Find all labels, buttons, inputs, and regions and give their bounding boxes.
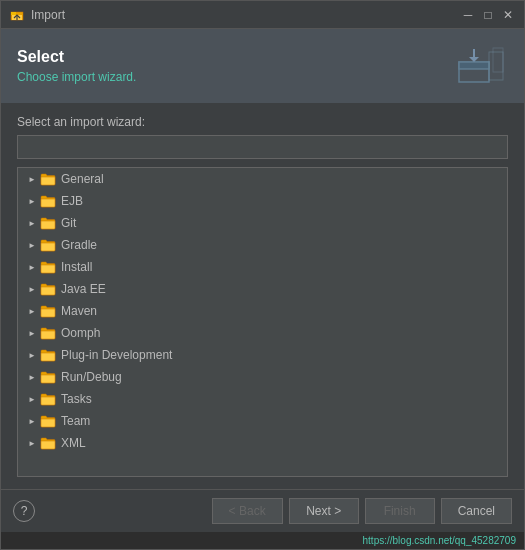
item-label: Git <box>61 216 76 230</box>
chevron-icon: ► <box>26 195 38 207</box>
list-item[interactable]: ► Tasks <box>18 388 507 410</box>
folder-icon <box>40 348 56 362</box>
list-item[interactable]: ► Oomph <box>18 322 507 344</box>
folder-icon <box>40 436 56 450</box>
list-item[interactable]: ► Git <box>18 212 507 234</box>
main-content: Select an import wizard: ► General► EJB►… <box>1 103 524 489</box>
help-button[interactable]: ? <box>13 500 35 522</box>
chevron-icon: ► <box>26 283 38 295</box>
chevron-icon: ► <box>26 173 38 185</box>
item-label: EJB <box>61 194 83 208</box>
finish-button[interactable]: Finish <box>365 498 435 524</box>
folder-icon <box>40 238 56 252</box>
header-title: Select <box>17 48 136 66</box>
filter-label: Select an import wizard: <box>17 115 508 129</box>
chevron-icon: ► <box>26 349 38 361</box>
chevron-icon: ► <box>26 239 38 251</box>
list-container: ► General► EJB► Git► Gradle► Install► Ja… <box>17 167 508 477</box>
back-button[interactable]: < Back <box>212 498 283 524</box>
folder-icon <box>40 392 56 406</box>
folder-icon <box>40 304 56 318</box>
folder-icon <box>40 194 56 208</box>
folder-icon <box>40 326 56 340</box>
close-button[interactable]: ✕ <box>500 7 516 23</box>
folder-icon <box>40 216 56 230</box>
svg-rect-5 <box>459 62 489 69</box>
folder-icon <box>40 414 56 428</box>
import-dialog: Import ─ □ ✕ Select Choose import wizard… <box>0 0 525 550</box>
minimize-button[interactable]: ─ <box>460 7 476 23</box>
chevron-icon: ► <box>26 327 38 339</box>
chevron-icon: ► <box>26 371 38 383</box>
header-text: Select Choose import wizard. <box>17 48 136 84</box>
navigation-buttons: < Back Next > Finish Cancel <box>212 498 512 524</box>
folder-icon <box>40 172 56 186</box>
list-item[interactable]: ► XML <box>18 432 507 454</box>
folder-icon <box>40 260 56 274</box>
search-input[interactable] <box>17 135 508 159</box>
svg-rect-8 <box>489 52 503 80</box>
url-bar: https://blog.csdn.net/qq_45282709 <box>1 532 524 549</box>
maximize-button[interactable]: □ <box>480 7 496 23</box>
list-item[interactable]: ► Plug-in Development <box>18 344 507 366</box>
item-label: Maven <box>61 304 97 318</box>
item-label: Gradle <box>61 238 97 252</box>
item-label: Team <box>61 414 90 428</box>
item-label: XML <box>61 436 86 450</box>
wizard-list[interactable]: ► General► EJB► Git► Gradle► Install► Ja… <box>17 167 508 477</box>
item-label: Install <box>61 260 92 274</box>
window-title: Import <box>31 8 460 22</box>
folder-icon <box>40 370 56 384</box>
next-button[interactable]: Next > <box>289 498 359 524</box>
header: Select Choose import wizard. <box>1 29 524 103</box>
cancel-button[interactable]: Cancel <box>441 498 512 524</box>
chevron-icon: ► <box>26 217 38 229</box>
item-label: Java EE <box>61 282 106 296</box>
item-label: Oomph <box>61 326 100 340</box>
list-item[interactable]: ► General <box>18 168 507 190</box>
list-item[interactable]: ► Maven <box>18 300 507 322</box>
item-label: Tasks <box>61 392 92 406</box>
list-item[interactable]: ► Install <box>18 256 507 278</box>
list-item[interactable]: ► Java EE <box>18 278 507 300</box>
list-item[interactable]: ► Run/Debug <box>18 366 507 388</box>
item-label: Plug-in Development <box>61 348 172 362</box>
item-label: Run/Debug <box>61 370 122 384</box>
list-item[interactable]: ► Gradle <box>18 234 507 256</box>
chevron-icon: ► <box>26 437 38 449</box>
folder-icon <box>40 282 56 296</box>
url-text: https://blog.csdn.net/qq_45282709 <box>363 535 516 546</box>
title-icon <box>9 7 25 23</box>
chevron-icon: ► <box>26 393 38 405</box>
svg-rect-1 <box>11 12 16 15</box>
list-item[interactable]: ► Team <box>18 410 507 432</box>
header-subtitle: Choose import wizard. <box>17 70 136 84</box>
header-wizard-icon <box>448 41 508 91</box>
chevron-icon: ► <box>26 305 38 317</box>
item-label: General <box>61 172 104 186</box>
bottom-bar: ? < Back Next > Finish Cancel <box>1 489 524 532</box>
list-item[interactable]: ► EJB <box>18 190 507 212</box>
title-bar: Import ─ □ ✕ <box>1 1 524 29</box>
window-controls: ─ □ ✕ <box>460 7 516 23</box>
chevron-icon: ► <box>26 261 38 273</box>
chevron-icon: ► <box>26 415 38 427</box>
